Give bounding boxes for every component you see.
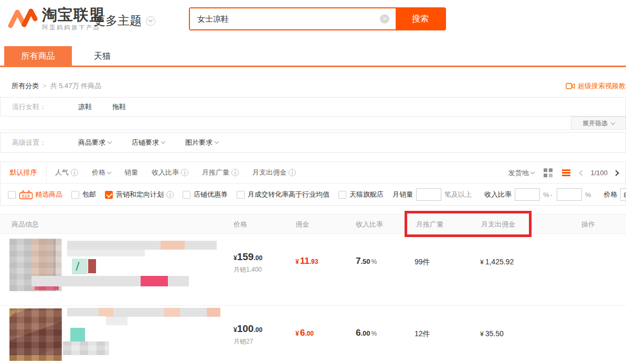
sort-label: 销量: [124, 168, 138, 177]
sort-and-filter-panel: 默认排序 人气 价格 销量 收入比率 月推广量 月支出佣金: [0, 162, 626, 206]
table-row: ¥159.00 月销1,400 ¥11.93 7.50% 99件 ¥1,425.…: [0, 234, 626, 306]
chevron-down-icon: [161, 140, 165, 144]
percent-suffix: %: [543, 191, 549, 199]
percent-sign: %: [372, 330, 377, 337]
income-ratio-min-input[interactable]: [515, 188, 540, 201]
info-icon[interactable]: [166, 191, 174, 198]
breadcrumb: 所有分类 > 共 5.47万 件商品: [12, 80, 101, 92]
sort-monthly-payout[interactable]: 月支出佣金: [252, 168, 296, 177]
filter-option-sandals[interactable]: 凉鞋: [78, 102, 92, 112]
list-view-icon[interactable]: [562, 169, 570, 176]
checkbox[interactable]: [338, 191, 346, 199]
chevron-down-icon: [108, 140, 112, 144]
dropdown-shop-requirements[interactable]: 店铺要求: [132, 138, 165, 147]
price-cell: ¥159.00: [234, 251, 262, 263]
sort-popularity[interactable]: 人气: [55, 168, 78, 177]
col-monthly-payout: 月支出佣金: [481, 215, 515, 234]
chevron-down-icon: [611, 120, 615, 124]
checkbox-featured-products[interactable]: 618 精选商品: [8, 190, 62, 199]
expand-filters-button[interactable]: 展开筛选: [571, 116, 626, 130]
col-action: 操作: [581, 215, 595, 234]
currency-symbol: ¥: [295, 330, 299, 337]
censored-tag-block: [72, 259, 88, 274]
censored-text-block: [31, 276, 189, 286]
search-input[interactable]: [190, 8, 396, 29]
chevron-down-icon: [530, 170, 535, 174]
price-integer: 100: [237, 323, 254, 334]
filter-option-slippers[interactable]: 拖鞋: [112, 102, 126, 112]
table-header: 商品信息 价格 佣金 收入比率 月推广量 月支出佣金 操作: [0, 214, 626, 234]
dropdown-image-requirements[interactable]: 图片要求: [185, 138, 218, 147]
currency-symbol: ¥: [234, 254, 237, 262]
more-topics-dropdown[interactable]: 更多主题: [93, 13, 155, 29]
pagination: 1/100: [580, 169, 618, 177]
info-icon[interactable]: [289, 169, 296, 176]
tab-bar: 所有商品 天猫: [0, 46, 626, 67]
income-ratio-max-input[interactable]: [557, 188, 582, 201]
checkbox-free-shipping[interactable]: 包邮: [71, 190, 96, 199]
sort-default[interactable]: 默认排序: [1, 162, 47, 183]
monthly-sales-label: 月销量: [392, 190, 413, 199]
dropdown-label: 图片要求: [185, 138, 213, 147]
prev-page-icon[interactable]: [579, 170, 585, 176]
logo[interactable]: 淘宝联盟 阿里妈妈旗下产品: [7, 6, 105, 31]
price-integer: 159: [237, 251, 254, 262]
chevron-down-circle-icon: [146, 16, 155, 26]
expand-filters-label: 展开筛选: [582, 119, 608, 128]
checkbox-label: 月成交转化率高于行业均值: [248, 190, 330, 199]
next-page-icon[interactable]: [613, 170, 619, 176]
advanced-settings-box: 高级设置： 商品要求 店铺要求 图片要求: [0, 132, 626, 153]
currency-symbol: ¥: [234, 326, 237, 334]
dropdown-product-requirements[interactable]: 商品要求: [78, 138, 111, 147]
info-icon[interactable]: [181, 169, 188, 176]
table-row: ¥100.00 月销27 ¥6.00 6.00% 12件 ¥35.50: [0, 306, 626, 364]
price-filter: 价格 元 - 元: [603, 188, 626, 201]
checkbox-tmall-flagship[interactable]: 天猫旗舰店: [338, 190, 384, 199]
taobao-union-logo-icon: [7, 6, 38, 31]
checkbox-marketing-plan[interactable]: 营销和定向计划: [105, 190, 174, 199]
tab-tmall[interactable]: 天猫: [79, 46, 126, 66]
info-icon[interactable]: [231, 169, 239, 176]
payout-value: 1,425.92: [485, 258, 514, 266]
sort-price[interactable]: 价格: [92, 168, 111, 177]
checkbox[interactable]: [71, 191, 79, 199]
taobao-union-search-page: 淘宝联盟 阿里妈妈旗下产品 更多主题 搜索 所有商品 天猫 所有分类 > 共 5…: [0, 0, 626, 364]
sort-monthly-promo[interactable]: 月推广量: [202, 168, 239, 177]
censored-title-block: [67, 241, 217, 250]
checkbox[interactable]: [8, 191, 16, 199]
income-ratio-filter: 收入比率 % - %: [484, 188, 591, 201]
ratio-decimal: .50: [360, 258, 370, 265]
breadcrumb-row: 所有分类 > 共 5.47万 件商品 超级搜索视频教程: [0, 80, 626, 92]
tab-all-products[interactable]: 所有商品: [4, 46, 72, 66]
commission-integer: 6: [300, 328, 305, 338]
618-badge-icon: 618: [19, 190, 33, 199]
checkbox[interactable]: [183, 191, 190, 199]
category-filter-box: 流行女鞋： 凉鞋 拖鞋: [0, 97, 626, 116]
grid-view-icon[interactable]: [544, 168, 553, 177]
checkbox-checked[interactable]: [105, 191, 113, 199]
ship-from-dropdown[interactable]: 发货地: [508, 168, 534, 178]
monthly-promo-count: 99件: [415, 258, 430, 267]
checkbox-label: 包邮: [82, 190, 96, 199]
checkbox-label: 营销和定向计划: [116, 190, 164, 199]
checkbox-label: 天猫旗舰店: [349, 190, 384, 199]
search-button[interactable]: 搜索: [396, 8, 445, 29]
clear-search-icon[interactable]: [380, 14, 389, 24]
price-min-input[interactable]: [620, 188, 626, 201]
monthly-sales-input[interactable]: [416, 188, 441, 201]
info-icon[interactable]: [71, 169, 78, 176]
product-thumbnail[interactable]: [9, 308, 62, 361]
censored-tag-block: [70, 328, 85, 341]
search-bar: 搜索: [189, 7, 446, 30]
quick-filter-row: 618 精选商品 包邮 营销和定向计划 店铺优惠券 月成交转化率高于行业均值: [1, 184, 625, 206]
video-tutorial-link[interactable]: 超级搜索视频教程: [566, 80, 626, 92]
checkbox-conversion-above-average[interactable]: 月成交转化率高于行业均值: [237, 190, 330, 199]
percent-sign: %: [372, 258, 377, 265]
monthly-sales-suffix: 笔及以上: [444, 190, 472, 199]
sort-sales[interactable]: 销量: [124, 168, 138, 177]
breadcrumb-category[interactable]: 所有分类: [12, 80, 39, 92]
checkbox-shop-coupon[interactable]: 店铺优惠券: [183, 190, 228, 199]
sort-income-ratio[interactable]: 收入比率: [152, 168, 188, 177]
advanced-settings-label: 高级设置：: [12, 138, 78, 147]
checkbox[interactable]: [237, 191, 245, 199]
